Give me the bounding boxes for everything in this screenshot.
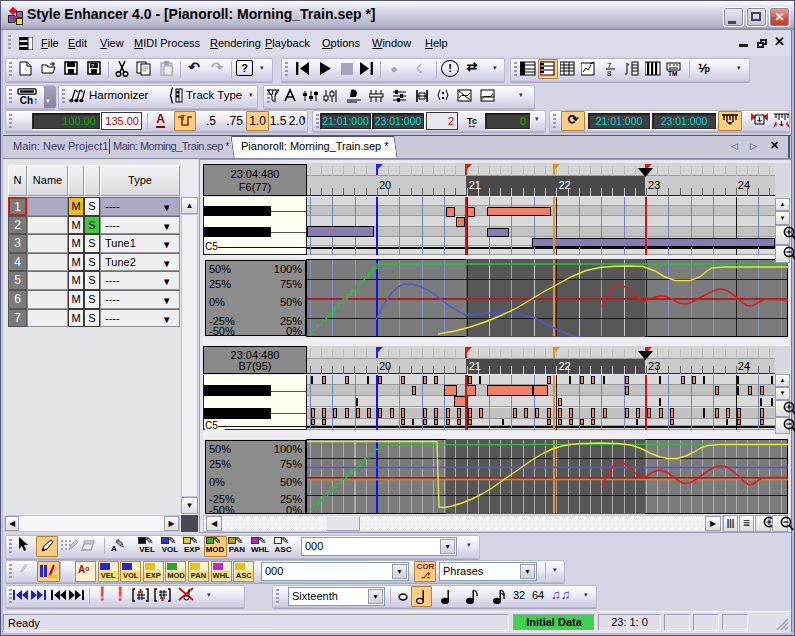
- svg-text:8: 8: [607, 69, 612, 77]
- svg-text:TM: TM: [668, 70, 677, 77]
- svg-text:T: T: [181, 114, 186, 121]
